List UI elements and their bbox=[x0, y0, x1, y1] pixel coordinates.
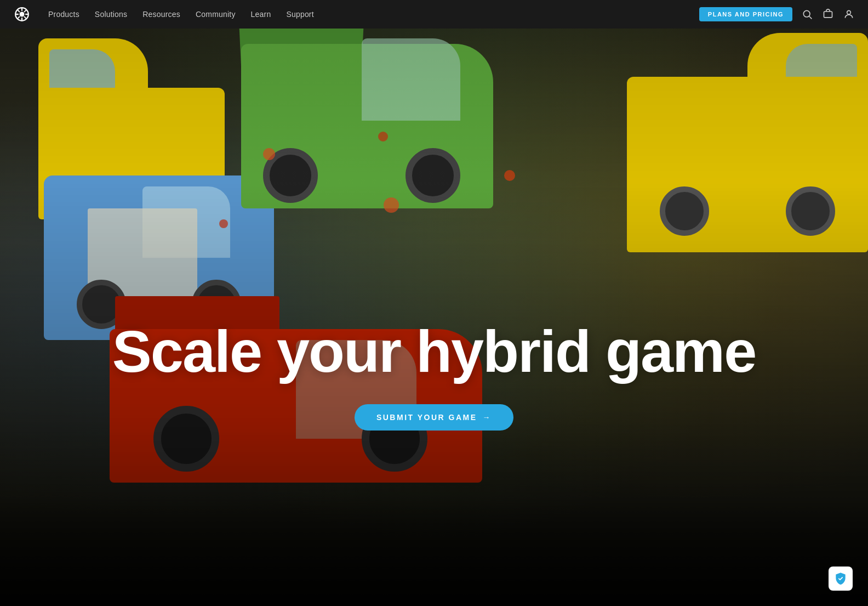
nav-resources[interactable]: Resources bbox=[142, 10, 180, 19]
submit-game-button[interactable]: SUBMIT YOUR GAME → bbox=[355, 404, 513, 431]
plans-pricing-button[interactable]: PLANS AND PRICING bbox=[699, 7, 792, 21]
navbar-left: Products Solutions Resources Community L… bbox=[13, 5, 314, 23]
search-icon[interactable] bbox=[801, 8, 813, 20]
submit-arrow-icon: → bbox=[483, 413, 492, 422]
nav-products[interactable]: Products bbox=[48, 10, 79, 19]
nav-links: Products Solutions Resources Community L… bbox=[48, 10, 314, 19]
hero-title: Scale your hybrid game bbox=[112, 320, 756, 382]
hero-content: Scale your hybrid game SUBMIT YOUR GAME … bbox=[0, 320, 868, 431]
hero-section: Scale your hybrid game SUBMIT YOUR GAME … bbox=[0, 0, 868, 606]
nav-community[interactable]: Community bbox=[196, 10, 236, 19]
account-icon[interactable] bbox=[843, 8, 855, 20]
ground-shadow bbox=[0, 496, 868, 606]
shield-icon bbox=[833, 571, 848, 586]
svg-line-8 bbox=[24, 10, 26, 12]
unity-logo[interactable] bbox=[13, 5, 31, 23]
navbar: Products Solutions Resources Community L… bbox=[0, 0, 868, 29]
svg-line-6 bbox=[18, 10, 20, 12]
svg-line-9 bbox=[18, 16, 20, 19]
nav-solutions[interactable]: Solutions bbox=[95, 10, 127, 19]
cart-icon[interactable] bbox=[822, 8, 834, 20]
svg-rect-12 bbox=[824, 12, 832, 18]
privacy-shield-badge[interactable] bbox=[829, 567, 853, 591]
svg-point-10 bbox=[803, 10, 810, 17]
svg-point-13 bbox=[847, 10, 851, 14]
nav-learn[interactable]: Learn bbox=[251, 10, 271, 19]
svg-line-11 bbox=[809, 16, 812, 19]
nav-support[interactable]: Support bbox=[286, 10, 313, 19]
navbar-right: PLANS AND PRICING bbox=[699, 7, 855, 21]
svg-point-1 bbox=[20, 12, 25, 17]
svg-line-7 bbox=[24, 16, 26, 19]
submit-button-label: SUBMIT YOUR GAME bbox=[376, 413, 477, 422]
